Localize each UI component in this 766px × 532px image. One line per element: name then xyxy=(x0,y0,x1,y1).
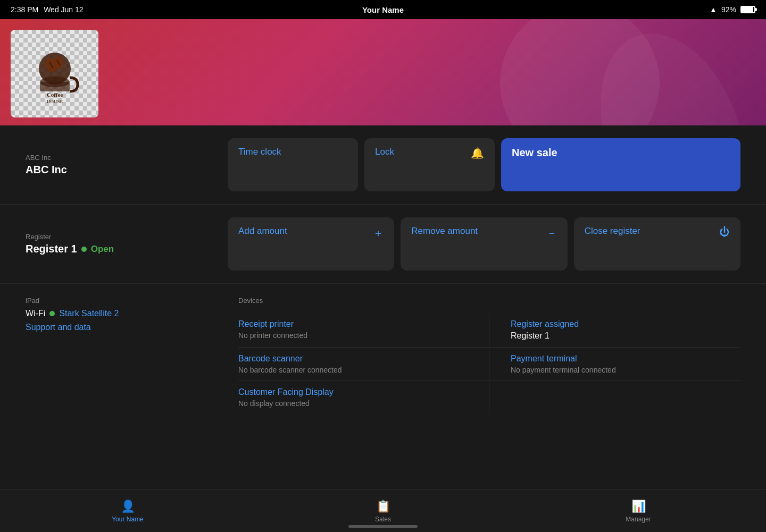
company-name: ABC Inc xyxy=(26,164,228,176)
customer-facing-display-item: Customer Facing Display No display conne… xyxy=(238,381,489,414)
register-section: Register Register 1 Open Add amount ＋ Re… xyxy=(0,205,766,284)
ipad-label: iPad xyxy=(26,297,217,305)
sales-icon: 📋 xyxy=(376,500,390,513)
coffee-logo: Coffee HOUSE xyxy=(20,39,89,108)
remove-amount-button[interactable]: Remove amount － xyxy=(401,217,567,271)
wifi-status-icon: ▲ xyxy=(710,5,717,14)
time-display: 2:38 PM xyxy=(11,5,38,14)
status-bar-left: 2:38 PM Wed Jun 12 xyxy=(11,5,84,14)
lock-button[interactable]: Lock 🔔 xyxy=(364,138,495,191)
manager-icon: 📊 xyxy=(631,500,646,513)
company-info: ABC Inc ABC Inc xyxy=(26,154,228,176)
battery-percent: 92% xyxy=(721,5,736,14)
customer-facing-display-link[interactable]: Customer Facing Display xyxy=(238,387,468,397)
add-amount-button[interactable]: Add amount ＋ xyxy=(228,217,394,271)
barcode-scanner-status: No barcode scanner connected xyxy=(238,366,468,374)
status-dot xyxy=(81,247,87,252)
devices-title: Devices xyxy=(238,297,740,305)
status-bar: 2:38 PM Wed Jun 12 Your Name ▲ 92% xyxy=(0,0,766,19)
plus-icon: ＋ xyxy=(373,226,384,240)
logo-container: Coffee HOUSE xyxy=(11,30,98,117)
register-name: Register 1 Open xyxy=(26,243,228,255)
sales-label: Sales xyxy=(375,516,391,523)
minus-icon: － xyxy=(546,226,557,240)
support-and-data-link[interactable]: Support and data xyxy=(26,323,217,332)
nav-sales[interactable]: 📋 Sales xyxy=(255,495,511,527)
wifi-network-name: Stark Satellite 2 xyxy=(59,309,119,318)
battery-icon xyxy=(740,6,755,13)
lock-icon: 🔔 xyxy=(471,147,484,159)
receipt-printer-link[interactable]: Receipt printer xyxy=(238,319,468,329)
your-name-icon: 👤 xyxy=(121,500,135,513)
action-buttons: Time clock Lock 🔔 New sale xyxy=(228,138,740,191)
register-status: Open xyxy=(91,244,114,255)
svg-text:Coffee: Coffee xyxy=(46,91,63,98)
status-bar-right: ▲ 92% xyxy=(710,5,755,14)
payment-terminal-link[interactable]: Payment terminal xyxy=(511,354,740,364)
company-label: ABC Inc xyxy=(26,154,228,162)
svg-rect-2 xyxy=(40,82,70,91)
close-register-button[interactable]: Close register ⏻ xyxy=(574,217,740,271)
receipt-printer-item: Receipt printer No printer connected xyxy=(238,313,489,348)
devices-section: Devices Receipt printer No printer conne… xyxy=(238,297,740,414)
register-assigned-value: Register 1 xyxy=(511,331,740,341)
power-icon: ⏻ xyxy=(719,226,730,238)
wifi-row: Wi-Fi Stark Satellite 2 xyxy=(26,309,217,318)
register-info: Register Register 1 Open xyxy=(26,233,228,255)
svg-text:HOUSE: HOUSE xyxy=(46,99,63,104)
wifi-label: Wi-Fi xyxy=(26,309,45,318)
barcode-scanner-link[interactable]: Barcode scanner xyxy=(238,354,468,364)
register-assigned-link[interactable]: Register assigned xyxy=(511,319,740,329)
payment-terminal-status: No payment terminal connected xyxy=(511,366,740,374)
your-name-label: Your Name xyxy=(112,516,144,523)
ipad-section: iPad Wi-Fi Stark Satellite 2 Support and… xyxy=(26,297,217,414)
register-assigned-item: Register assigned Register 1 xyxy=(489,313,740,348)
new-sale-button[interactable]: New sale xyxy=(501,138,740,191)
date-display: Wed Jun 12 xyxy=(44,5,83,14)
company-section: ABC Inc ABC Inc Time clock Lock 🔔 New sa… xyxy=(0,125,766,205)
manager-label: Manager xyxy=(626,516,651,523)
payment-terminal-item: Payment terminal No payment terminal con… xyxy=(489,348,740,381)
customer-facing-display-status: No display connected xyxy=(238,399,468,408)
nav-manager[interactable]: 📊 Manager xyxy=(511,495,766,527)
register-label: Register xyxy=(26,233,228,241)
wifi-dot xyxy=(49,311,55,316)
status-bar-title: Your Name xyxy=(362,5,404,14)
barcode-scanner-item: Barcode scanner No barcode scanner conne… xyxy=(238,348,489,381)
nav-your-name[interactable]: 👤 Your Name xyxy=(0,495,255,527)
banner: Coffee HOUSE xyxy=(0,19,766,125)
home-indicator xyxy=(348,525,418,528)
time-clock-button[interactable]: Time clock xyxy=(228,138,358,191)
register-action-buttons: Add amount ＋ Remove amount － Close regis… xyxy=(228,217,740,271)
bottom-section: iPad Wi-Fi Stark Satellite 2 Support and… xyxy=(0,284,766,427)
devices-grid: Receipt printer No printer connected Reg… xyxy=(238,313,740,414)
receipt-printer-status: No printer connected xyxy=(238,331,468,340)
